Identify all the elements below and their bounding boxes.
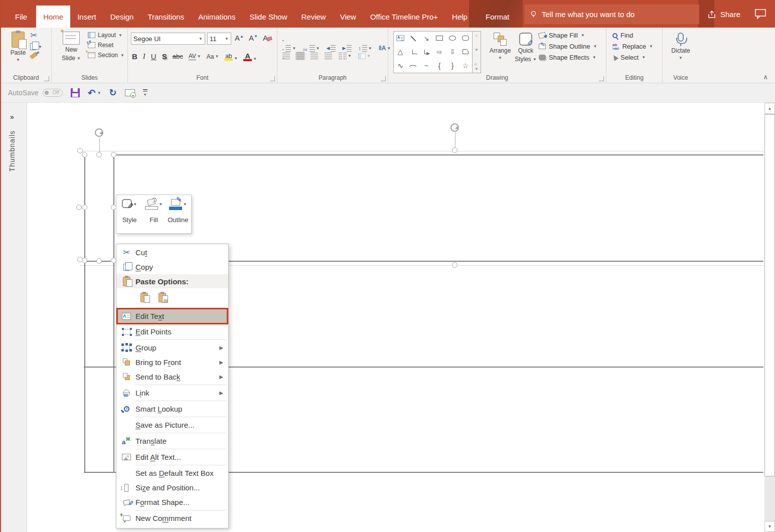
arrange-button[interactable]: Arrange ▼	[487, 33, 514, 60]
tab-animations[interactable]: Animations	[191, 6, 242, 28]
font-name-combo[interactable]: Segoe UI ▼	[131, 33, 205, 45]
tab-view[interactable]: View	[333, 6, 363, 28]
italic-button[interactable]: I	[143, 52, 145, 61]
rotation-handle[interactable]	[95, 128, 103, 137]
paste-button[interactable]: Paste ▼	[5, 32, 31, 74]
decrease-indent-button[interactable]: ◀	[325, 44, 337, 53]
shape-border-line[interactable]	[113, 154, 114, 472]
save-icon[interactable]	[71, 88, 80, 97]
star-icon[interactable]: ☆	[459, 59, 472, 73]
triangle-icon[interactable]: △	[394, 45, 407, 59]
undo-dropdown-arrow[interactable]: ▼	[97, 91, 101, 95]
tab-review[interactable]: Review	[294, 6, 333, 28]
cut-icon[interactable]: ✂	[30, 32, 37, 40]
comment-icon[interactable]	[754, 9, 766, 20]
menu-item-size-and-position[interactable]: Size and Position...	[116, 480, 228, 495]
paste-dropdown-arrow[interactable]: ▼	[16, 58, 20, 62]
gallery-up-icon[interactable]: ▲	[475, 33, 479, 38]
shape-outline-button[interactable]: Shape Outline▼	[539, 43, 597, 50]
redo-icon[interactable]: ↻	[109, 87, 117, 98]
format-painter-icon[interactable]	[30, 52, 38, 60]
menu-item-save-as-picture[interactable]: Save as Picture...	[116, 418, 228, 432]
reset-button[interactable]: Reset	[88, 42, 124, 49]
menu-item-smart-lookup[interactable]: Smart Lookup	[116, 402, 228, 416]
paragraph-dialog-launcher[interactable]	[381, 76, 386, 81]
scribble-icon[interactable]: ∿	[394, 59, 407, 73]
rotation-handle[interactable]	[450, 123, 459, 132]
font-dialog-launcher[interactable]	[270, 76, 275, 81]
selection-handle[interactable]	[111, 152, 116, 157]
shape-gallery-scrollbar[interactable]: ▲ ▼ ≡▼	[473, 31, 481, 73]
increase-indent-button[interactable]: ▶	[341, 44, 353, 53]
convert-to-smartart-button[interactable]: ▼	[357, 52, 372, 60]
scroll-down-icon[interactable]: ▼	[764, 521, 775, 532]
right-brace-icon[interactable]: }	[446, 59, 459, 73]
align-center-button[interactable]	[295, 52, 305, 60]
selection-handle[interactable]	[452, 262, 457, 268]
menu-item-edit-points[interactable]: Edit Points	[116, 324, 228, 339]
menu-item-cut[interactable]: Cut	[116, 245, 228, 260]
share-button[interactable]: Share	[707, 5, 740, 24]
shape-border-line[interactable]	[114, 154, 763, 155]
arc-icon[interactable]: (	[407, 59, 420, 73]
left-brace-icon[interactable]: {	[433, 59, 446, 73]
paste-option-paste-keep-formatting-icon[interactable]	[137, 291, 150, 304]
character-spacing-button[interactable]: AV▼	[189, 53, 201, 60]
start-slideshow-icon[interactable]	[125, 89, 135, 96]
shape-fill-button[interactable]: Shape Fill▼	[539, 32, 597, 39]
line-icon[interactable]	[407, 32, 420, 45]
tab-slide-show[interactable]: Slide Show	[242, 6, 294, 28]
expand-thumbnails-icon[interactable]: »	[10, 113, 14, 121]
menu-item-link[interactable]: Link▶	[116, 386, 228, 400]
menu-item-set-as-default-text-box[interactable]: Set as Default Text Box	[116, 466, 228, 480]
underline-button[interactable]: U	[151, 52, 157, 61]
dictate-button[interactable]: Dictate ▼	[668, 33, 694, 60]
menu-item-new-comment[interactable]: New Commment	[116, 511, 228, 525]
drawing-dialog-launcher[interactable]	[599, 76, 604, 81]
tab-insert[interactable]: Insert	[70, 6, 103, 28]
menu-item-format-shape[interactable]: Format Shape...	[116, 495, 228, 509]
shape-gallery[interactable]: ↘ △ ▶ ⇨ ⇩ ∿ ( ~ { } ☆	[393, 31, 473, 73]
menu-item-bring-to-front[interactable]: Bring to Front▶	[116, 355, 228, 370]
menu-item-copy[interactable]: Copy	[116, 260, 228, 274]
gallery-more-icon[interactable]: ≡▼	[475, 62, 479, 71]
layout-button[interactable]: Layout▼	[88, 32, 124, 39]
tab-home[interactable]: Home	[36, 6, 70, 28]
mini-toolbar-outline-button[interactable]: ▼ Outline	[167, 199, 189, 231]
copy-icon[interactable]	[30, 43, 36, 50]
tell-me-box[interactable]: Tell me what you want to do	[525, 5, 699, 24]
selection-handle[interactable]	[96, 152, 102, 157]
menu-item-translate[interactable]: Translate	[116, 434, 228, 448]
rounded-rectangle-icon[interactable]	[459, 32, 472, 45]
menu-item-send-to-back[interactable]: Send to Back▶	[116, 370, 228, 384]
quick-styles-button[interactable]: Quick Styles▼	[514, 33, 538, 63]
tab-office-timeline-pro[interactable]: Office Timeline Pro+	[363, 6, 445, 28]
selection-handle[interactable]	[82, 258, 87, 263]
gallery-down-icon[interactable]: ▼	[475, 48, 479, 52]
font-color-button[interactable]: A ▼	[243, 52, 257, 61]
section-button[interactable]: Section▼	[88, 52, 124, 59]
elbow-arrow-icon[interactable]: ▶	[420, 45, 433, 59]
replace-button[interactable]: ab⤷ac Replace▼	[612, 43, 653, 50]
select-button[interactable]: Select▼	[612, 54, 653, 61]
tab-format[interactable]: Format	[479, 6, 517, 28]
rectangle-icon[interactable]	[433, 32, 446, 45]
autosave-switch[interactable]: Off	[43, 89, 63, 97]
clear-formatting-button[interactable]: A	[263, 34, 272, 42]
menu-item-edit-alt-text[interactable]: Edit Alt Text...	[116, 450, 228, 464]
font-size-combo[interactable]: 11 ▼	[207, 33, 231, 45]
right-arrow-icon[interactable]: ⇨	[433, 45, 446, 59]
thumbnails-pane-collapsed[interactable]: » Thumbnails	[1, 103, 27, 532]
menu-item-edit-text[interactable]: Edit Text	[116, 308, 228, 324]
tab-help[interactable]: Help	[445, 6, 475, 28]
selection-handle[interactable]	[452, 147, 457, 153]
snip-corner-icon[interactable]	[459, 45, 472, 59]
shape-border-line[interactable]	[84, 154, 85, 472]
grow-font-button[interactable]: A▲	[235, 34, 244, 42]
selection-handle[interactable]	[82, 152, 87, 157]
text-shadow-button[interactable]: S	[162, 52, 167, 61]
justify-button[interactable]	[324, 52, 333, 60]
columns-button[interactable]: ▼	[338, 52, 353, 60]
selection-handle[interactable]	[96, 258, 102, 264]
align-right-button[interactable]	[309, 52, 319, 60]
